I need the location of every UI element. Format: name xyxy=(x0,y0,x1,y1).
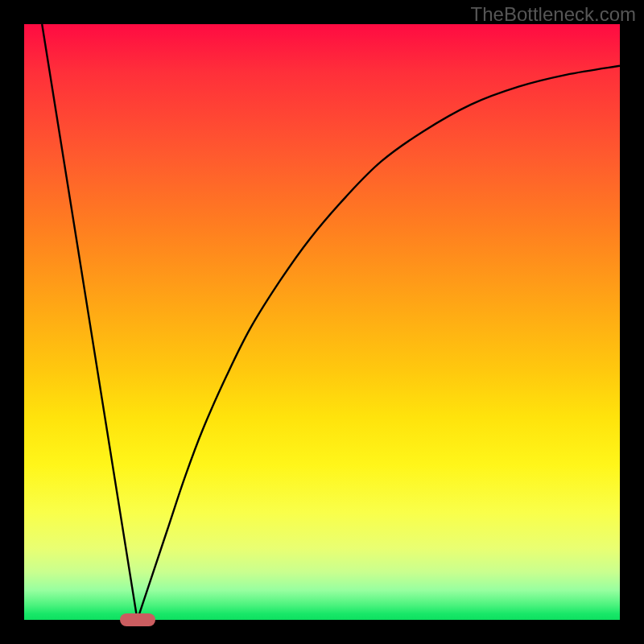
right-curve-path xyxy=(138,66,620,620)
chart-frame: TheBottleneck.com xyxy=(0,0,644,644)
left-line-path xyxy=(42,24,137,620)
plot-area xyxy=(24,24,620,620)
curve-overlay xyxy=(24,24,620,620)
watermark-text: TheBottleneck.com xyxy=(471,3,636,26)
optimum-marker xyxy=(120,613,155,626)
